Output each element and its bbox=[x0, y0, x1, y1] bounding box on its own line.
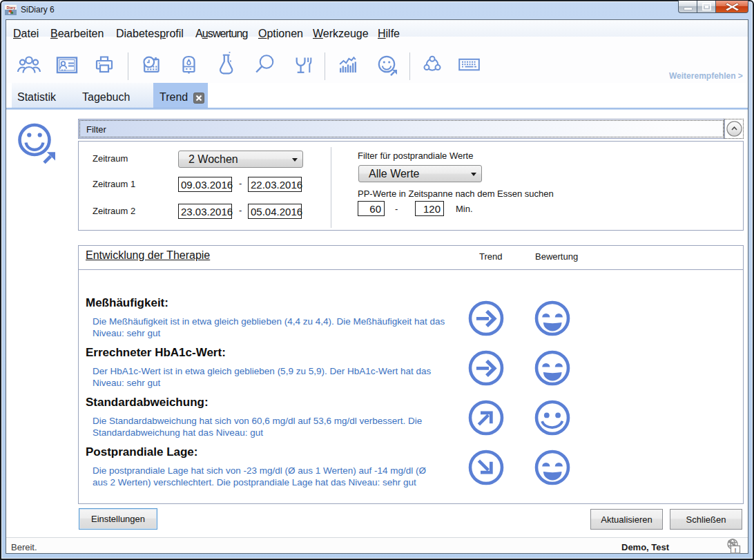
svg-text:Diary: Diary bbox=[7, 6, 16, 10]
svg-text:!: ! bbox=[735, 547, 737, 554]
